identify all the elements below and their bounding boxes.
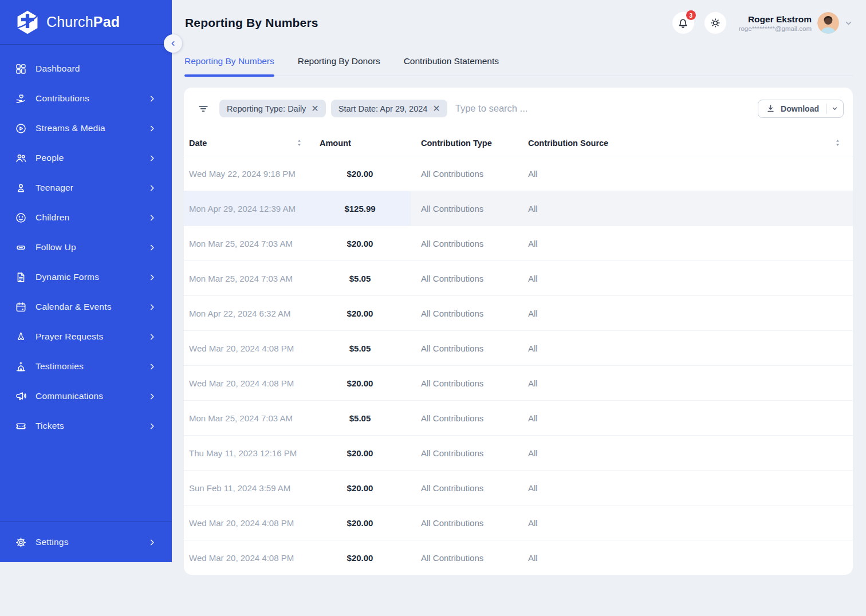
table-row[interactable]: Mon Mar 25, 2024 7:03 AM$5.05All Contrib… (184, 260, 853, 295)
cell-amount: $5.05 (309, 331, 411, 365)
cell-contribution-source: All (528, 331, 853, 365)
table-row[interactable]: Thu May 11, 2023 12:16 PM$20.00All Contr… (184, 435, 853, 470)
cell-contribution-source: All (528, 506, 853, 540)
download-split-button: Download (758, 100, 844, 118)
tab-reporting-by-numbers[interactable]: Reporting By Numbers (184, 46, 274, 76)
cell-amount: $20.00 (309, 540, 411, 575)
sidebar-item-people[interactable]: People (0, 143, 172, 173)
user-info: Roger Ekstrom roge*********@gmail.com (739, 14, 812, 32)
user-menu[interactable]: Roger Ekstrom roge*********@gmail.com (739, 12, 852, 34)
cell-contribution-type: All Contributions (411, 506, 528, 540)
chevron-right-icon (148, 303, 156, 311)
sidebar-item-dashboard[interactable]: Dashboard (0, 54, 172, 84)
cell-contribution-source: All (528, 156, 853, 191)
avatar[interactable] (817, 12, 839, 34)
chevron-right-icon (148, 538, 156, 547)
table-row[interactable]: Wed Mar 20, 2024 4:08 PM$20.00All Contri… (184, 505, 853, 540)
sidebar-collapse-button[interactable] (164, 34, 182, 53)
sidebar-item-children[interactable]: Children (0, 203, 172, 232)
close-icon[interactable]: ✕ (432, 104, 440, 113)
notifications-button[interactable]: 3 (672, 12, 694, 34)
cell-contribution-type: All Contributions (411, 401, 528, 435)
filter-chip-start-date[interactable]: Start Date: Apr 29, 2024 ✕ (331, 100, 447, 117)
sidebar-item-teenager[interactable]: Teenager (0, 173, 172, 203)
sidebar-item-follow-up[interactable]: Follow Up (0, 232, 172, 262)
sidebar-item-label: Children (36, 212, 139, 223)
table-row[interactable]: Wed Mar 20, 2024 4:08 PM$20.00All Contri… (184, 540, 853, 575)
table-row[interactable]: Mon Mar 25, 2024 7:03 AM$5.05All Contrib… (184, 400, 853, 435)
child-face-icon (15, 212, 27, 224)
sidebar-item-dynamic-forms[interactable]: Dynamic Forms (0, 262, 172, 292)
main-content: Reporting By Numbers 3 Roger Ekstrom rog… (172, 0, 866, 575)
tab-reporting-by-donors[interactable]: Reporting By Donors (298, 46, 380, 76)
download-button[interactable]: Download (758, 100, 826, 117)
filter-chip-reporting-type[interactable]: Reporting Type: Daily ✕ (219, 100, 326, 117)
church-icon (15, 361, 27, 373)
document-icon (15, 271, 27, 283)
people-icon (15, 152, 27, 164)
cell-contribution-type: All Contributions (411, 366, 528, 400)
cell-amount: $20.00 (309, 226, 411, 260)
sidebar-item-streams-media[interactable]: Streams & Media (0, 113, 172, 143)
filter-icon[interactable] (198, 103, 209, 114)
chevron-right-icon (148, 333, 156, 341)
table-row[interactable]: Mon Apr 29, 2024 12:39 AM$125.99All Cont… (184, 191, 853, 226)
table-row[interactable]: Wed Mar 20, 2024 4:08 PM$5.05All Contrib… (184, 330, 853, 365)
chevron-right-icon (148, 392, 156, 401)
table-row[interactable]: Wed Mar 20, 2024 4:08 PM$20.00All Contri… (184, 365, 853, 400)
chevron-right-icon (148, 94, 156, 103)
cell-contribution-type: All Contributions (411, 471, 528, 505)
tab-contribution-statements[interactable]: Contribution Statements (404, 46, 499, 76)
column-header-type: Contribution Type (421, 139, 492, 148)
sort-icon[interactable] (297, 139, 302, 147)
sidebar: ChurchPad DashboardContributionsStreams … (0, 0, 172, 562)
sidebar-item-contributions[interactable]: Contributions (0, 84, 172, 113)
sidebar-item-calendar-events[interactable]: Calendar & Events (0, 292, 172, 322)
churchpad-logo: ChurchPad (0, 0, 172, 45)
table-header: Date Amount Contribution Type Contributi… (184, 130, 853, 156)
cell-date: Mon Apr 29, 2024 12:39 AM (184, 191, 309, 226)
chevron-down-icon (845, 19, 852, 27)
theme-toggle-button[interactable] (704, 12, 726, 34)
sidebar-item-settings[interactable]: Settings (0, 527, 172, 557)
tab-bar: Reporting By Numbers Reporting By Donors… (184, 46, 853, 76)
hand-heart-icon (15, 93, 27, 105)
search-input[interactable] (455, 103, 751, 114)
close-icon[interactable]: ✕ (311, 104, 318, 113)
cell-contribution-source: All (528, 191, 853, 226)
filter-row: Reporting Type: Daily ✕ Start Date: Apr … (184, 88, 853, 130)
sidebar-item-communications[interactable]: Communications (0, 381, 172, 411)
play-circle-icon (15, 123, 27, 135)
cell-amount: $20.00 (309, 506, 411, 540)
cell-contribution-source: All (528, 471, 853, 505)
sort-icon[interactable] (835, 139, 840, 147)
churchpad-logo-icon (15, 10, 40, 35)
chevron-right-icon (148, 362, 156, 371)
table-row[interactable]: Mon Mar 25, 2024 7:03 AM$20.00All Contri… (184, 226, 853, 260)
sidebar-item-label: Dynamic Forms (36, 272, 139, 282)
chevron-right-icon (148, 422, 156, 431)
sidebar-item-tickets[interactable]: Tickets (0, 411, 172, 441)
app-name: ChurchPad (46, 14, 120, 30)
table-row[interactable]: Mon Apr 22, 2024 6:32 AM$20.00All Contri… (184, 295, 853, 330)
sidebar-item-label: Tickets (36, 421, 139, 431)
cell-amount: $5.05 (309, 401, 411, 435)
cell-date: Mon Mar 25, 2024 7:03 AM (184, 226, 309, 260)
download-dropdown-toggle[interactable] (826, 100, 843, 117)
table-row[interactable]: Wed May 22, 2024 9:18 PM$20.00All Contri… (184, 156, 853, 191)
sidebar-item-label: Calendar & Events (36, 302, 139, 312)
table-row[interactable]: Sun Feb 11, 2024 3:59 AM$20.00All Contri… (184, 470, 853, 505)
settings-section: Settings (0, 522, 172, 562)
sidebar-item-prayer-requests[interactable]: Prayer Requests (0, 322, 172, 352)
cell-contribution-type: All Contributions (411, 540, 528, 575)
cell-date: Wed May 22, 2024 9:18 PM (184, 156, 309, 191)
sidebar-item-label: Teenager (36, 183, 139, 193)
cell-contribution-source: All (528, 401, 853, 435)
cell-date: Mon Mar 25, 2024 7:03 AM (184, 261, 309, 295)
sidebar-item-testimonies[interactable]: Testimonies (0, 352, 172, 381)
column-header-date: Date (189, 139, 207, 148)
cell-contribution-type: All Contributions (411, 436, 528, 470)
cell-contribution-type: All Contributions (411, 226, 528, 260)
cell-date: Wed Mar 20, 2024 4:08 PM (184, 540, 309, 575)
praying-hands-icon (15, 331, 27, 343)
